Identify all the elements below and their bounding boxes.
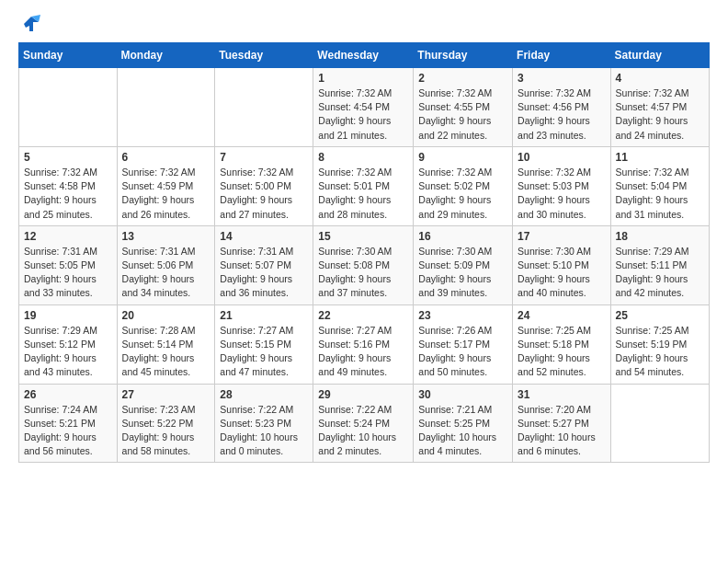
cell-daylight-info: Sunrise: 7:30 AM Sunset: 5:09 PM Dayligh… (418, 245, 507, 301)
calendar-page: SundayMondayTuesdayWednesdayThursdayFrid… (0, 0, 728, 477)
cell-daylight-info: Sunrise: 7:30 AM Sunset: 5:10 PM Dayligh… (518, 245, 606, 301)
cell-daylight-info: Sunrise: 7:29 AM Sunset: 5:11 PM Dayligh… (616, 245, 704, 301)
calendar-cell (117, 68, 215, 147)
cell-daylight-info: Sunrise: 7:23 AM Sunset: 5:22 PM Dayligh… (122, 403, 210, 459)
day-number: 8 (318, 151, 408, 164)
day-number: 15 (318, 230, 408, 243)
calendar-cell (610, 384, 709, 463)
day-number: 9 (418, 151, 507, 164)
calendar-cell (19, 68, 118, 147)
calendar-cell: 29Sunrise: 7:22 AM Sunset: 5:24 PM Dayli… (313, 384, 414, 463)
calendar-cell: 27Sunrise: 7:23 AM Sunset: 5:22 PM Dayli… (117, 384, 215, 463)
calendar-cell: 1Sunrise: 7:32 AM Sunset: 4:54 PM Daylig… (313, 68, 414, 147)
day-number: 20 (122, 309, 210, 322)
calendar-week-row: 12Sunrise: 7:31 AM Sunset: 5:05 PM Dayli… (19, 225, 710, 304)
calendar-cell: 2Sunrise: 7:32 AM Sunset: 4:55 PM Daylig… (414, 68, 513, 147)
calendar-cell (215, 68, 313, 147)
day-number: 5 (24, 151, 112, 164)
day-number: 24 (518, 309, 606, 322)
day-number: 16 (418, 230, 507, 243)
calendar-cell: 3Sunrise: 7:32 AM Sunset: 4:56 PM Daylig… (513, 68, 611, 147)
calendar-cell: 24Sunrise: 7:25 AM Sunset: 5:18 PM Dayli… (513, 304, 611, 384)
day-number: 31 (518, 388, 606, 401)
calendar-cell: 8Sunrise: 7:32 AM Sunset: 5:01 PM Daylig… (313, 146, 414, 225)
calendar-cell: 26Sunrise: 7:24 AM Sunset: 5:21 PM Dayli… (19, 384, 118, 463)
calendar-cell: 21Sunrise: 7:27 AM Sunset: 5:15 PM Dayli… (215, 304, 313, 384)
calendar-week-row: 26Sunrise: 7:24 AM Sunset: 5:21 PM Dayli… (19, 384, 710, 463)
day-number: 13 (122, 230, 210, 243)
cell-daylight-info: Sunrise: 7:32 AM Sunset: 4:58 PM Dayligh… (24, 166, 112, 222)
cell-daylight-info: Sunrise: 7:31 AM Sunset: 5:06 PM Dayligh… (122, 245, 210, 301)
cell-daylight-info: Sunrise: 7:26 AM Sunset: 5:17 PM Dayligh… (418, 324, 507, 380)
calendar-cell: 4Sunrise: 7:32 AM Sunset: 4:57 PM Daylig… (610, 68, 709, 147)
logo (18, 15, 40, 33)
calendar-cell: 20Sunrise: 7:28 AM Sunset: 5:14 PM Dayli… (117, 304, 215, 384)
calendar-cell: 7Sunrise: 7:32 AM Sunset: 5:00 PM Daylig… (215, 146, 313, 225)
cell-daylight-info: Sunrise: 7:32 AM Sunset: 5:03 PM Dayligh… (518, 166, 606, 222)
calendar-header-row: SundayMondayTuesdayWednesdayThursdayFrid… (19, 43, 710, 68)
calendar-cell: 15Sunrise: 7:30 AM Sunset: 5:08 PM Dayli… (313, 225, 414, 304)
header (18, 15, 710, 33)
logo-bird-icon (20, 15, 40, 33)
cell-daylight-info: Sunrise: 7:29 AM Sunset: 5:12 PM Dayligh… (24, 324, 112, 380)
cell-daylight-info: Sunrise: 7:22 AM Sunset: 5:23 PM Dayligh… (220, 403, 308, 459)
cell-daylight-info: Sunrise: 7:31 AM Sunset: 5:07 PM Dayligh… (220, 245, 308, 301)
calendar-cell: 5Sunrise: 7:32 AM Sunset: 4:58 PM Daylig… (19, 146, 118, 225)
day-number: 23 (418, 309, 507, 322)
day-number: 11 (616, 151, 704, 164)
day-number: 27 (122, 388, 210, 401)
calendar-cell: 6Sunrise: 7:32 AM Sunset: 4:59 PM Daylig… (117, 146, 215, 225)
cell-daylight-info: Sunrise: 7:20 AM Sunset: 5:27 PM Dayligh… (518, 403, 606, 459)
day-number: 6 (122, 151, 210, 164)
day-of-week-header: Wednesday (313, 43, 414, 68)
day-number: 26 (24, 388, 112, 401)
cell-daylight-info: Sunrise: 7:32 AM Sunset: 4:56 PM Dayligh… (518, 86, 606, 143)
day-of-week-header: Sunday (19, 43, 118, 68)
calendar-cell: 18Sunrise: 7:29 AM Sunset: 5:11 PM Dayli… (610, 225, 709, 304)
day-number: 29 (318, 388, 408, 401)
calendar-cell: 13Sunrise: 7:31 AM Sunset: 5:06 PM Dayli… (117, 225, 215, 304)
day-number: 3 (518, 72, 606, 85)
cell-daylight-info: Sunrise: 7:25 AM Sunset: 5:18 PM Dayligh… (518, 324, 606, 380)
day-of-week-header: Saturday (610, 43, 709, 68)
day-number: 1 (318, 72, 408, 85)
day-number: 17 (518, 230, 606, 243)
calendar-cell: 30Sunrise: 7:21 AM Sunset: 5:25 PM Dayli… (414, 384, 513, 463)
cell-daylight-info: Sunrise: 7:32 AM Sunset: 5:00 PM Dayligh… (220, 166, 308, 222)
cell-daylight-info: Sunrise: 7:21 AM Sunset: 5:25 PM Dayligh… (418, 403, 507, 459)
calendar-cell: 28Sunrise: 7:22 AM Sunset: 5:23 PM Dayli… (215, 384, 313, 463)
calendar-cell: 25Sunrise: 7:25 AM Sunset: 5:19 PM Dayli… (610, 304, 709, 384)
calendar-week-row: 5Sunrise: 7:32 AM Sunset: 4:58 PM Daylig… (19, 146, 710, 225)
day-number: 28 (220, 388, 308, 401)
calendar-cell: 9Sunrise: 7:32 AM Sunset: 5:02 PM Daylig… (414, 146, 513, 225)
calendar-cell: 17Sunrise: 7:30 AM Sunset: 5:10 PM Dayli… (513, 225, 611, 304)
cell-daylight-info: Sunrise: 7:32 AM Sunset: 4:54 PM Dayligh… (318, 86, 408, 143)
day-number: 12 (24, 230, 112, 243)
calendar-cell: 23Sunrise: 7:26 AM Sunset: 5:17 PM Dayli… (414, 304, 513, 384)
calendar-cell: 14Sunrise: 7:31 AM Sunset: 5:07 PM Dayli… (215, 225, 313, 304)
day-number: 19 (24, 309, 112, 322)
calendar-cell: 16Sunrise: 7:30 AM Sunset: 5:09 PM Dayli… (414, 225, 513, 304)
cell-daylight-info: Sunrise: 7:31 AM Sunset: 5:05 PM Dayligh… (24, 245, 112, 301)
calendar-cell: 31Sunrise: 7:20 AM Sunset: 5:27 PM Dayli… (513, 384, 611, 463)
day-of-week-header: Friday (513, 43, 611, 68)
cell-daylight-info: Sunrise: 7:32 AM Sunset: 5:04 PM Dayligh… (616, 166, 704, 222)
calendar-cell: 12Sunrise: 7:31 AM Sunset: 5:05 PM Dayli… (19, 225, 118, 304)
cell-daylight-info: Sunrise: 7:30 AM Sunset: 5:08 PM Dayligh… (318, 245, 408, 301)
day-number: 22 (318, 309, 408, 322)
cell-daylight-info: Sunrise: 7:27 AM Sunset: 5:16 PM Dayligh… (318, 324, 408, 380)
cell-daylight-info: Sunrise: 7:27 AM Sunset: 5:15 PM Dayligh… (220, 324, 308, 380)
day-number: 25 (616, 309, 704, 322)
day-number: 21 (220, 309, 308, 322)
cell-daylight-info: Sunrise: 7:32 AM Sunset: 4:57 PM Dayligh… (616, 86, 704, 143)
cell-daylight-info: Sunrise: 7:25 AM Sunset: 5:19 PM Dayligh… (616, 324, 704, 380)
day-number: 4 (616, 72, 704, 85)
calendar-week-row: 19Sunrise: 7:29 AM Sunset: 5:12 PM Dayli… (19, 304, 710, 384)
cell-daylight-info: Sunrise: 7:28 AM Sunset: 5:14 PM Dayligh… (122, 324, 210, 380)
cell-daylight-info: Sunrise: 7:32 AM Sunset: 4:55 PM Dayligh… (418, 86, 507, 143)
day-number: 18 (616, 230, 704, 243)
day-of-week-header: Thursday (414, 43, 513, 68)
day-of-week-header: Tuesday (215, 43, 313, 68)
calendar-table: SundayMondayTuesdayWednesdayThursdayFrid… (18, 42, 710, 463)
day-of-week-header: Monday (117, 43, 215, 68)
